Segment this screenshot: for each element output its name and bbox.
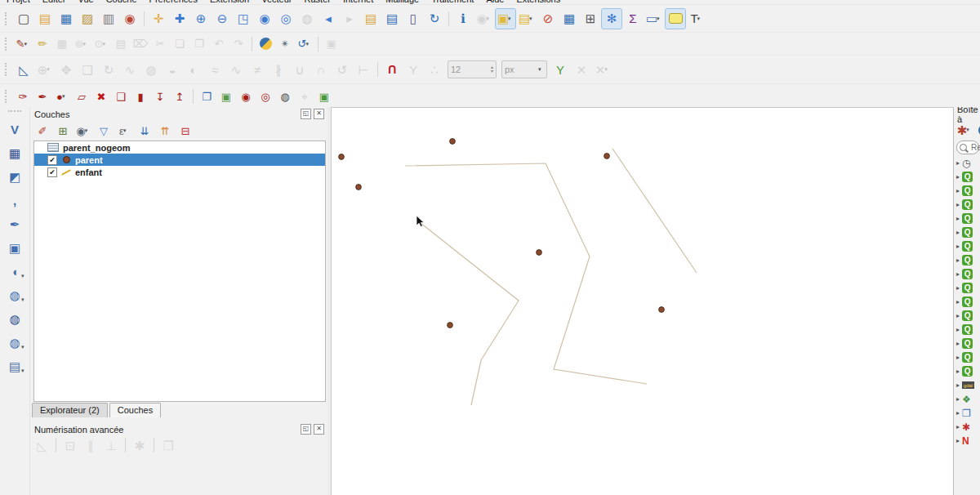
comment-icon[interactable]: ❑ [111,87,131,106]
layer-row-parent[interactable]: ✔parent [34,154,325,166]
globe-icon[interactable]: ◍ [275,87,295,106]
toolbar-handle[interactable] [5,38,10,51]
text-annotation-icon[interactable]: T▾ [686,8,707,29]
layer-checkbox[interactable]: ✔ [47,155,57,165]
zoom-out-icon[interactable]: ⊖ [212,8,233,29]
dropdown-arrow-icon[interactable]: ▾ [966,127,972,133]
dropdown-arrow-icon[interactable]: ▾ [123,127,129,134]
toolbar-handle[interactable] [8,110,21,114]
menu-item-traitement[interactable]: Traitement [431,0,474,4]
menu-item-extensions[interactable]: Extensions [516,0,560,4]
dropdown-arrow-icon[interactable]: ▾ [305,41,311,47]
toolbox-group-qgis-9[interactable]: ▸Q [956,281,980,295]
dropdown-arrow-icon[interactable]: ▾ [47,66,52,73]
dropdown-arrow-icon[interactable]: ▾ [21,344,27,350]
expand-chevron-icon[interactable]: ▸ [956,256,960,264]
toolbox-group-qgis-2[interactable]: ▸Q [956,184,980,198]
menu-item-maillage[interactable]: Maillage [385,0,419,4]
expand-chevron-icon[interactable]: ▸ [956,229,960,236]
menu-item-vecteur[interactable]: Vecteur [261,0,292,4]
toolbox-python-icon[interactable] [975,121,980,139]
layer-row-parent_nogeom[interactable]: parent_nogeom [34,141,325,154]
expand-chevron-icon[interactable]: ▸ [956,243,960,250]
layer-checkbox[interactable]: ✔ [47,167,57,177]
annotation-pen-icon[interactable]: ✑ [13,87,33,106]
toolbox-provider-grass[interactable]: ▸❖ [956,392,980,406]
annotation-pen2-icon[interactable]: ✒ [33,87,52,106]
add-delimited-text-layer-icon[interactable]: , [3,190,26,211]
toolbar-handle[interactable] [5,63,10,76]
snapping-magnet-icon[interactable]: U [381,59,403,80]
menu-item-diter[interactable]: Éditer [42,0,66,4]
dropdown-arrow-icon[interactable]: ▾ [487,16,492,22]
revert-icon[interactable]: ↺▾ [295,34,314,54]
notebook-icon[interactable]: ▮ [131,87,150,106]
add-vector-layer-icon[interactable]: V [3,118,26,140]
add-raster-layer-icon[interactable]: ▦ [3,142,26,163]
expand-chevron-icon[interactable]: ▸ [956,159,960,167]
delete-cross-icon[interactable]: ✖ [91,87,111,106]
toolbox-group-qgis-13[interactable]: ▸Q [956,337,980,350]
new-project-icon[interactable]: ▢ [13,8,34,29]
tab-couches[interactable]: Couches [109,403,161,417]
statistics-panel-icon[interactable]: Σ [622,8,644,29]
zoom-full-icon[interactable]: ◳ [233,8,254,29]
dropdown-arrow-icon[interactable]: ▾ [508,16,514,22]
open-layer-styling-icon[interactable]: ✐ [33,121,52,140]
layer-row-enfant[interactable]: ✔enfant [34,166,325,178]
filter-legend-icon[interactable]: ▽ [94,121,114,140]
toolbox-group-qgis-8[interactable]: ▸Q [956,267,980,281]
show-bookmarks-icon[interactable]: ▤ [381,8,403,29]
toolbar-handle[interactable] [5,12,10,25]
menu-item-couche[interactable]: Couche [106,0,137,4]
toggle-editing-icon[interactable]: ✏ [33,34,52,54]
filter-expression-icon[interactable]: ε▾ [114,121,134,140]
expand-chevron-icon[interactable]: ▸ [956,270,960,278]
add-virtual-layer-icon[interactable]: ▤▾ [3,355,26,377]
search-input[interactable] [969,142,980,153]
open-attribute-table-icon[interactable]: ▦ [559,8,580,29]
add-mesh-layer-icon[interactable]: ◩ [3,166,26,187]
expand-chevron-icon[interactable]: ▸ [956,437,960,444]
extent-rect-icon[interactable]: ▣ [314,87,334,106]
deselect-all-icon[interactable]: ⊘ [537,8,559,29]
export-icon[interactable]: ↥ [170,87,189,106]
plugin-tool-icon[interactable]: ✴ [275,34,295,54]
processing-toolbox-icon[interactable]: ✻ [601,8,622,29]
dropdown-arrow-icon[interactable]: ▾ [697,16,703,22]
panel-float-button[interactable]: ◱ [301,109,311,119]
expand-chevron-icon[interactable]: ▸ [956,340,960,347]
toolbox-group-qgis-12[interactable]: ▸Q [956,323,980,337]
layout-manager-icon[interactable]: ▥ [98,8,119,29]
toolbox-group-recent[interactable]: ▸◷ [956,156,980,170]
identify-features-icon[interactable]: ℹ [452,8,474,29]
new-bookmark-icon[interactable]: ▤ [360,8,381,29]
menu-item-extension[interactable]: Extension [210,0,249,4]
cad-tools-icon[interactable]: ◺ [13,59,34,80]
panel-close-button[interactable]: ✕ [314,109,324,119]
panel-float-button[interactable]: ◱ [301,424,311,435]
add-group-icon[interactable]: ⊞ [53,121,73,140]
import-icon[interactable]: ↧ [150,87,170,106]
pan-to-selection-icon[interactable]: ✚ [169,8,190,29]
zoom-last-icon[interactable]: ◂ [318,8,339,29]
field-calculator-icon[interactable]: ⊞ [580,8,601,29]
add-wms-layer-icon[interactable]: ◍▾ [3,284,26,305]
pan-map-icon[interactable]: ✛ [148,8,169,29]
toolbox-group-qgis-5[interactable]: ▸Q [956,225,980,239]
dropdown-arrow-icon[interactable]: ▾ [604,66,610,73]
toolbox-provider-plugins[interactable]: ▸✱ [956,420,980,434]
toolbox-group-qgis-7[interactable]: ▸Q [956,253,980,267]
toolbox-group-qgis-6[interactable]: ▸Q [956,239,980,253]
expand-chevron-icon[interactable]: ▸ [956,368,960,375]
eraser-icon[interactable]: ▱ [72,87,91,106]
menu-item-projet[interactable]: Projet [7,0,30,4]
dropdown-arrow-icon[interactable]: ▾ [657,16,662,22]
remove-layer-icon[interactable]: ⊟ [176,121,195,140]
menu-item-vue[interactable]: Vue [78,0,94,4]
dropdown-arrow-icon[interactable]: ▾ [21,297,27,303]
zoom-to-selection-icon[interactable]: ◉ [254,8,275,29]
expand-chevron-icon[interactable]: ▸ [956,395,960,403]
add-gps-layer-icon[interactable]: ▣ [3,237,26,258]
collapse-all-icon[interactable]: ⇈ [155,121,175,140]
